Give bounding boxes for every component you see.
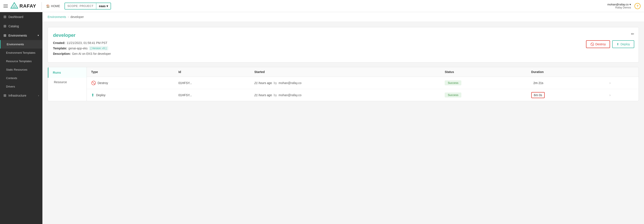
scope-value[interactable]: eaas ▾ <box>96 3 110 9</box>
sidebar-item-environments[interactable]: Environments <box>0 40 42 49</box>
logo-text: RAFAY <box>20 3 36 9</box>
deploy-btn-icon: ⬆ <box>616 43 619 46</box>
deploy-row-icon: ⬆ <box>91 93 94 98</box>
template-label: Template: <box>53 47 67 50</box>
started-cell: 21 hours ago by mohan@rafay.co <box>250 89 440 101</box>
sidebar-item-label: Dashboard <box>8 15 23 19</box>
created-value: 11/21/2023, 01:58:41 PM PST <box>67 41 107 45</box>
hamburger-menu[interactable] <box>4 5 8 8</box>
destroy-row-icon: 🚫 <box>91 81 96 85</box>
description-label: Description: <box>53 52 71 56</box>
sidebar-item-label: Catalog <box>8 25 19 28</box>
template-row: Template: genai-app-eks [ Version: v5 ] <box>53 46 634 50</box>
sidebar-item-label: Environments <box>7 43 24 46</box>
duration-cell: 2m 21s <box>527 77 605 89</box>
col-duration: Duration <box>527 67 605 77</box>
runs-panel: Runs Resource Type Id Started Status Dur… <box>48 67 639 101</box>
body-layout: ⊞ Dashboard ⊞ Catalog ⊞ Environments ▾ E… <box>0 12 644 224</box>
sidebar-item-infrastructure[interactable]: ⊞ Infrastructure › <box>0 91 42 100</box>
nav-right: mohan@rafay.co ▾ Rafay Demos ? <box>608 3 640 9</box>
logo-icon <box>10 2 18 10</box>
page-content: developer Created: 11/21/2023, 01:58:41 … <box>42 22 644 106</box>
duration-value: 2m 21s <box>531 80 546 86</box>
status-badge: Success <box>445 80 461 85</box>
created-row: Created: 11/21/2023, 01:58:41 PM PST <box>53 41 634 45</box>
help-button[interactable]: ? <box>634 3 640 9</box>
sidebar-item-static-resources[interactable]: Static Resources <box>0 65 42 74</box>
started-by-user: mohan@rafay.co <box>278 93 302 97</box>
nav-divider <box>42 2 42 10</box>
catalog-icon: ⊞ <box>4 24 6 28</box>
sidebar-item-resource-templates[interactable]: Resource Templates <box>0 57 42 65</box>
row-chevron-cell[interactable]: › <box>605 89 638 101</box>
sidebar-item-drivers[interactable]: Drivers <box>0 82 42 91</box>
user-menu[interactable]: mohan@rafay.co ▾ Rafay Demos <box>608 3 631 9</box>
description-value: Gen AI on EKS for developer <box>72 52 111 56</box>
col-id: Id <box>174 67 250 77</box>
template-value: genai-app-eks <box>68 47 88 50</box>
dashboard-icon: ⊞ <box>4 15 6 19</box>
col-started: Started <box>250 67 440 77</box>
status-cell: Success <box>440 89 527 101</box>
row-chevron-icon[interactable]: › <box>610 93 610 97</box>
edit-icon[interactable]: ✏ <box>631 32 634 36</box>
status-cell: Success <box>440 77 527 89</box>
runs-table: Type Id Started Status Duration 🚫 <box>87 67 638 101</box>
sidebar-item-dashboard[interactable]: ⊞ Dashboard <box>0 12 42 22</box>
user-org: Rafay Demos <box>608 6 631 9</box>
sidebar: ⊞ Dashboard ⊞ Catalog ⊞ Environments ▾ E… <box>0 12 42 224</box>
by-label: by <box>274 81 277 85</box>
breadcrumb-separator: › <box>68 15 69 19</box>
top-navbar: RAFAY 🏠 HOME SCOPE: PROJECT eaas ▾ mohan… <box>0 0 644 12</box>
template-version-tag: [ Version: v5 ] <box>89 46 108 50</box>
destroy-button[interactable]: 🚫 Destroy <box>586 40 610 48</box>
table-row: ⬆ Deploy 01HFSY... 21 hours ago by mohan… <box>87 89 638 101</box>
breadcrumb-environments-link[interactable]: Environments <box>48 15 66 19</box>
runs-resource-tab[interactable]: Resource <box>48 78 86 86</box>
sidebar-item-label: Contexts <box>6 77 17 80</box>
destroy-btn-icon: 🚫 <box>590 43 594 46</box>
breadcrumb: Environments › developer <box>42 12 644 22</box>
duration-cell: 6m 0s <box>527 89 605 101</box>
sidebar-item-label: Resource Templates <box>6 60 32 63</box>
environments-icon: ⊞ <box>4 33 6 38</box>
action-buttons: 🚫 Destroy ⬆ Deploy <box>586 40 634 48</box>
home-link[interactable]: 🏠 HOME <box>46 4 60 8</box>
type-label: Deploy <box>96 93 106 97</box>
home-label: HOME <box>51 4 60 8</box>
started-time: 21 hours ago <box>254 93 272 97</box>
sidebar-item-catalog[interactable]: ⊞ Catalog <box>0 22 42 31</box>
sidebar-item-environments-parent[interactable]: ⊞ Environments ▾ <box>0 31 42 40</box>
type-cell: 🚫 Destroy <box>87 77 174 89</box>
description-row: Description: Gen AI on EKS for developer <box>53 52 634 56</box>
type-label: Destroy <box>98 81 108 85</box>
user-chevron-icon: ▾ <box>630 3 631 6</box>
runs-tab[interactable]: Runs <box>48 67 86 78</box>
scope-selector[interactable]: SCOPE: PROJECT eaas ▾ <box>64 3 111 10</box>
by-label: by <box>274 93 277 97</box>
user-email[interactable]: mohan@rafay.co ▾ <box>608 3 631 6</box>
row-chevron-icon[interactable]: › <box>610 81 610 85</box>
id-cell: 01HFSY... <box>174 89 250 101</box>
home-icon: 🏠 <box>46 4 50 8</box>
infrastructure-icon: ⊞ <box>4 93 6 98</box>
logo: RAFAY <box>10 2 36 10</box>
started-time: 21 hours ago <box>254 81 272 85</box>
status-badge: Success <box>445 93 461 98</box>
chevron-down-icon: ▾ <box>38 34 39 37</box>
main-content: Environments › developer developer Creat… <box>42 12 644 224</box>
detail-card: developer Created: 11/21/2023, 01:58:41 … <box>48 27 639 63</box>
deploy-button[interactable]: ⬆ Deploy <box>612 40 634 48</box>
sidebar-item-label: Static Resources <box>6 68 27 71</box>
sidebar-item-env-templates[interactable]: Environment Templates <box>0 49 42 57</box>
col-type: Type <box>87 67 174 77</box>
runs-content: Type Id Started Status Duration 🚫 <box>87 67 638 101</box>
environment-title: developer <box>53 33 634 38</box>
scope-label: SCOPE: PROJECT <box>65 3 96 9</box>
sidebar-item-label: Environments <box>8 34 27 37</box>
chevron-right-icon: › <box>38 94 39 97</box>
sidebar-item-label: Drivers <box>6 85 15 88</box>
sidebar-item-contexts[interactable]: Contexts <box>0 74 42 82</box>
runs-sidebar: Runs Resource <box>48 67 87 101</box>
row-chevron-cell[interactable]: › <box>605 77 638 89</box>
